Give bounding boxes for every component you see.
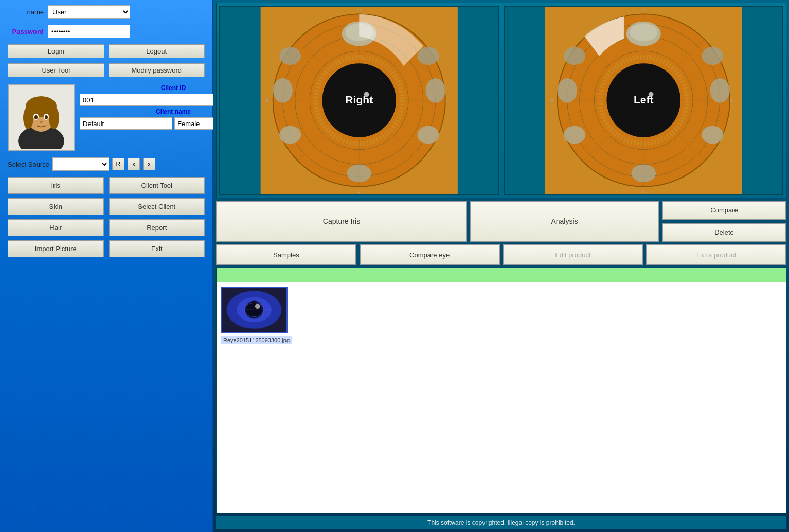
svg-text:6: 6	[642, 189, 644, 194]
svg-point-26	[279, 126, 301, 144]
name-row: name User	[8, 5, 205, 19]
select-client-button[interactable]: Select Client	[109, 198, 205, 215]
client-section: Client ID 001 Client name	[8, 84, 205, 151]
svg-point-56	[648, 92, 653, 97]
login-button[interactable]: Login	[8, 44, 104, 58]
select-source-label: Select Source	[8, 161, 49, 168]
svg-point-50	[564, 47, 585, 65]
svg-point-4	[49, 107, 59, 129]
action-buttons-row: Capture Iris Analysis Compare Delete	[216, 201, 786, 242]
gallery-header	[217, 268, 786, 282]
gallery-header-right	[501, 268, 786, 282]
svg-text:3: 3	[445, 98, 448, 103]
edit-product-button[interactable]: Edit product	[503, 244, 643, 265]
svg-point-7	[34, 115, 38, 119]
svg-text:9: 9	[266, 98, 268, 103]
thumbnail-label: Reye20151125093300.jpg	[221, 336, 292, 344]
nav-row-4: Import Picture Exit	[8, 240, 205, 257]
svg-point-23	[417, 126, 439, 144]
svg-text:3: 3	[729, 98, 732, 103]
compare-eye-button[interactable]: Compare eye	[360, 244, 500, 265]
svg-point-67	[255, 304, 260, 309]
nav-row-2: Skin Select Client	[8, 198, 205, 215]
svg-point-48	[710, 78, 729, 103]
password-row: Password	[8, 25, 205, 38]
eye-thumbnail[interactable]	[221, 287, 288, 333]
client-name-default-input[interactable]	[80, 117, 172, 130]
svg-text:12: 12	[641, 8, 646, 13]
svg-point-24	[279, 47, 301, 65]
svg-point-8	[45, 115, 48, 119]
svg-point-52	[564, 126, 585, 144]
source-x1-button[interactable]: x	[128, 158, 140, 170]
user-tool-button[interactable]: User Tool	[8, 63, 104, 77]
import-picture-button[interactable]: Import Picture	[8, 240, 104, 257]
svg-text:6: 6	[358, 189, 361, 194]
extra-product-button[interactable]: Extra product	[646, 244, 786, 265]
svg-point-21	[417, 47, 439, 65]
report-button[interactable]: Report	[109, 219, 205, 236]
svg-point-25	[273, 78, 293, 103]
left-eye-diagram: Left 12 3 6 9	[505, 7, 783, 194]
svg-point-9	[40, 121, 43, 123]
status-bar: This software is copyrighted. Illegal co…	[216, 516, 786, 529]
name-select[interactable]: User	[48, 5, 130, 19]
svg-point-49	[702, 126, 723, 144]
samples-button[interactable]: Samples	[216, 244, 356, 265]
modify-password-button[interactable]: Modify password	[109, 63, 205, 77]
nav-buttons: Iris Client Tool Skin Select Client Hair…	[8, 177, 205, 257]
iris-images-row: Right 12 3 6 9	[216, 3, 786, 198]
avatar	[8, 84, 75, 151]
password-label: Password	[8, 28, 44, 36]
status-text: This software is copyrighted. Illegal co…	[427, 519, 575, 526]
svg-text:9: 9	[550, 98, 553, 103]
gallery-header-left	[217, 268, 501, 282]
svg-point-53	[631, 165, 656, 182]
svg-point-3	[23, 107, 33, 129]
svg-text:12: 12	[356, 8, 362, 13]
thumbnail-image	[222, 287, 286, 333]
tool-row: User Tool Modify password	[8, 63, 205, 77]
iris-button[interactable]: Iris	[8, 177, 104, 194]
name-label: name	[8, 8, 44, 16]
capture-iris-button[interactable]: Capture Iris	[216, 201, 467, 242]
source-x2-button[interactable]: x	[143, 158, 155, 170]
skin-button[interactable]: Skin	[8, 198, 104, 215]
right-eye-container: Right 12 3 6 9	[219, 6, 499, 195]
analysis-button[interactable]: Analysis	[470, 201, 659, 242]
hair-button[interactable]: Hair	[8, 219, 104, 236]
svg-point-30	[364, 92, 369, 97]
logout-button[interactable]: Logout	[109, 44, 205, 58]
compare-button[interactable]: Compare	[662, 201, 786, 220]
gallery-right-panel	[501, 282, 786, 513]
left-eye-container: Left 12 3 6 9	[504, 6, 784, 195]
right-eye-diagram: Right 12 3 6 9	[220, 7, 498, 194]
delete-button[interactable]: Delete	[662, 223, 786, 242]
svg-point-27	[347, 165, 371, 182]
svg-point-46	[630, 24, 657, 41]
avatar-image	[13, 87, 69, 149]
app-container: name User Password Login Logout User Too…	[0, 0, 789, 532]
nav-row-1: Iris Client Tool	[8, 177, 205, 194]
right-buttons-group: Compare Delete	[662, 201, 786, 242]
left-panel: name User Password Login Logout User Too…	[0, 0, 213, 532]
svg-point-51	[557, 78, 577, 103]
select-source-row: Select Source R x x	[8, 157, 205, 171]
svg-point-47	[702, 47, 723, 65]
client-tool-button[interactable]: Client Tool	[109, 177, 205, 194]
nav-row-3: Hair Report	[8, 219, 205, 236]
exit-button[interactable]: Exit	[109, 240, 205, 257]
gallery-content: Reye20151125093300.jpg	[217, 282, 786, 513]
svg-point-22	[426, 78, 445, 103]
secondary-buttons-row: Samples Compare eye Edit product Extra p…	[216, 244, 786, 265]
source-r-button[interactable]: R	[112, 158, 124, 170]
gallery-left-panel: Reye20151125093300.jpg	[217, 282, 501, 513]
source-select[interactable]	[52, 157, 109, 171]
gallery-area: Reye20151125093300.jpg	[216, 268, 786, 513]
right-panel: Right 12 3 6 9	[213, 0, 789, 532]
login-logout-row: Login Logout	[8, 44, 205, 58]
password-input[interactable]	[48, 25, 130, 38]
